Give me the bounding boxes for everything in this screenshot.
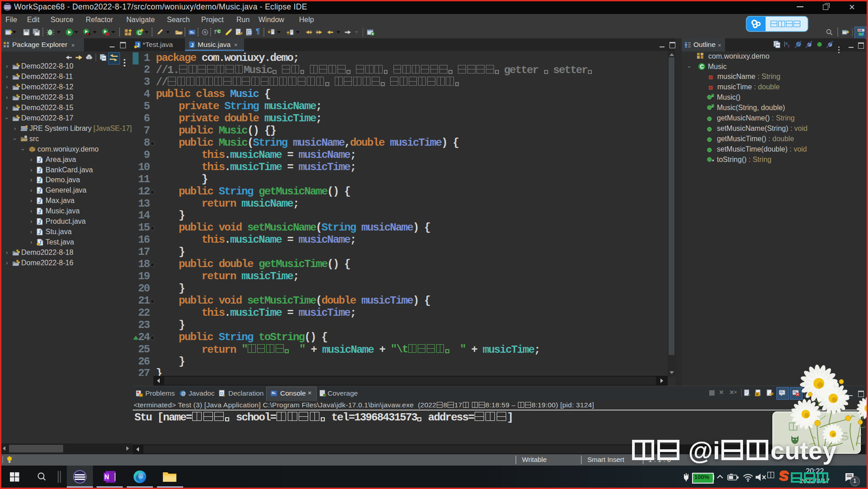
svg-text:C: C: [218, 29, 221, 34]
svg-text:J: J: [38, 230, 41, 235]
svg-text:J: J: [137, 42, 139, 48]
svg-text:@: @: [181, 391, 186, 396]
svg-text:J: J: [191, 42, 194, 48]
svg-text:c: c: [712, 94, 714, 97]
svg-text:N: N: [105, 473, 109, 480]
svg-text:J: J: [38, 209, 41, 214]
svg-text:J: J: [38, 219, 41, 225]
svg-text:c: c: [712, 105, 714, 108]
svg-text:J: J: [38, 188, 41, 194]
svg-text:J: J: [38, 178, 41, 183]
svg-text:C: C: [700, 64, 704, 70]
svg-text:J: J: [38, 198, 41, 204]
svg-text:D: D: [220, 391, 223, 396]
svg-text:J: J: [38, 168, 41, 173]
svg-text:J: J: [38, 157, 41, 163]
svg-text:f: f: [214, 29, 217, 36]
